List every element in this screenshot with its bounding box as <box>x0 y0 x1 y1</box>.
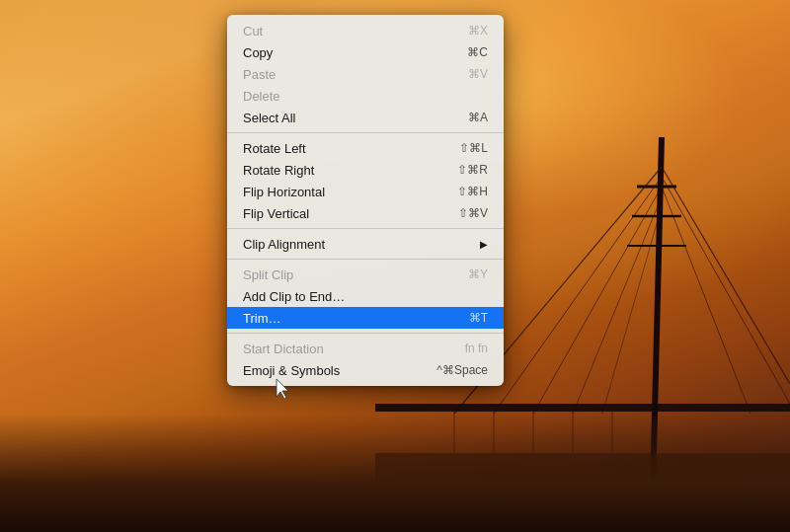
menu-item-copy[interactable]: Copy⌘C <box>227 41 504 63</box>
menu-item-shortcut: ⇧⌘H <box>457 185 488 198</box>
menu-item-shortcut: ⇧⌘L <box>459 141 488 155</box>
menu-item-shortcut: ^⌘Space <box>436 363 488 377</box>
menu-item-shortcut: ⇧⌘R <box>457 163 488 177</box>
menu-item-shortcut: ⌘A <box>468 111 488 124</box>
menu-item-add-clip-to-end[interactable]: Add Clip to End… <box>227 285 504 307</box>
menu-item-trim[interactable]: Trim…⌘T <box>227 307 504 329</box>
menu-item-clip-alignment[interactable]: Clip Alignment▶ <box>227 233 504 255</box>
menu-separator <box>227 228 504 229</box>
svg-line-11 <box>662 187 750 414</box>
menu-item-label: Split Clip <box>243 267 293 282</box>
menu-item-label: Add Clip to End… <box>243 289 345 304</box>
menu-separator <box>227 333 504 334</box>
context-menu: Cut⌘XCopy⌘CPaste⌘VDeleteSelect All⌘ARota… <box>227 15 504 386</box>
menu-item-cut: Cut⌘X <box>227 20 504 41</box>
menu-item-select-all[interactable]: Select All⌘A <box>227 107 504 128</box>
menu-item-shortcut: ⌘V <box>468 67 488 81</box>
menu-item-label: Cut <box>243 24 263 38</box>
menu-item-flip-vertical[interactable]: Flip Vertical⇧⌘V <box>227 202 504 224</box>
menu-separator <box>227 259 504 260</box>
menu-item-start-dictation: Start Dictationfn fn <box>227 338 504 359</box>
menu-item-label: Start Dictation <box>243 342 324 356</box>
menu-item-label: Select All <box>243 111 295 125</box>
menu-item-shortcut: ⌘C <box>467 45 488 59</box>
svg-rect-12 <box>375 404 790 412</box>
menu-item-split-clip: Split Clip⌘Y <box>227 264 504 285</box>
menu-item-label: Rotate Right <box>243 163 314 178</box>
menu-item-label: Flip Vertical <box>243 206 309 221</box>
menu-item-shortcut: fn fn <box>465 342 488 355</box>
ground <box>0 414 790 532</box>
svg-line-10 <box>662 177 790 404</box>
menu-item-label: Clip Alignment <box>243 237 325 252</box>
menu-separator <box>227 132 504 133</box>
menu-item-delete: Delete <box>227 85 504 107</box>
menu-item-flip-horizontal[interactable]: Flip Horizontal⇧⌘H <box>227 181 504 202</box>
submenu-arrow-icon: ▶ <box>480 239 488 250</box>
menu-item-label: Emoji & Symbols <box>243 363 340 378</box>
svg-line-6 <box>533 187 662 414</box>
menu-item-shortcut: ⇧⌘V <box>458 206 488 220</box>
menu-item-label: Paste <box>243 67 276 82</box>
svg-line-7 <box>573 196 662 414</box>
menu-item-label: Trim… <box>243 311 281 326</box>
menu-item-label: Flip Horizontal <box>243 185 325 199</box>
menu-item-paste: Paste⌘V <box>227 63 504 85</box>
menu-item-shortcut: ⌘Y <box>468 267 488 281</box>
menu-item-shortcut: ⌘X <box>468 24 488 38</box>
menu-item-emoji-symbols[interactable]: Emoji & Symbols^⌘Space <box>227 359 504 381</box>
menu-item-label: Rotate Left <box>243 141 306 156</box>
menu-item-label: Copy <box>243 45 273 60</box>
menu-item-rotate-right[interactable]: Rotate Right⇧⌘R <box>227 159 504 181</box>
menu-item-label: Delete <box>243 89 280 104</box>
menu-item-rotate-left[interactable]: Rotate Left⇧⌘L <box>227 137 504 159</box>
menu-item-shortcut: ⌘T <box>469 311 488 325</box>
